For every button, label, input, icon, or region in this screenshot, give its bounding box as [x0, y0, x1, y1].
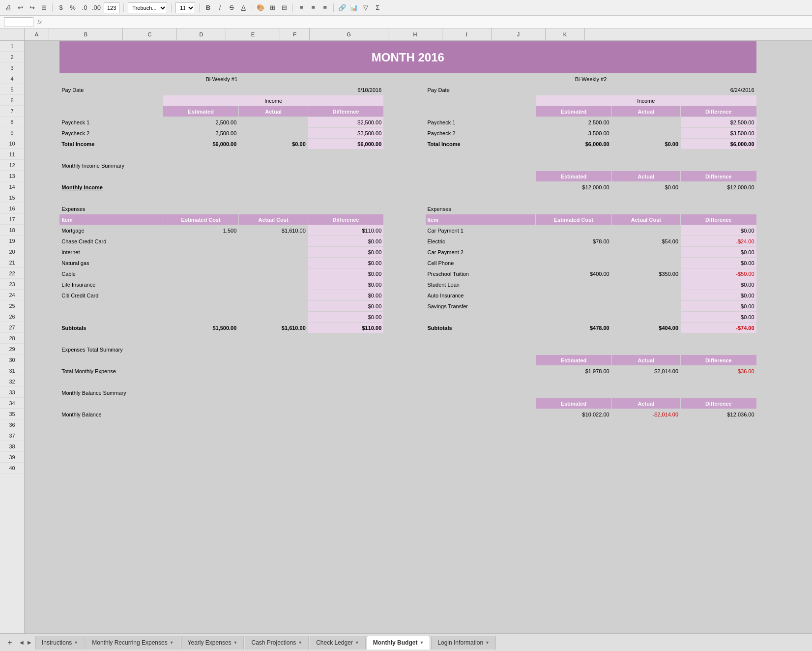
cell-c20[interactable] — [163, 247, 238, 258]
cell-h22[interactable]: $400.00 — [536, 268, 611, 279]
cell-expenses1-label[interactable]: Expenses — [59, 204, 384, 214]
cell-h26[interactable] — [536, 312, 611, 323]
cell-h9[interactable]: 3,500.00 — [536, 128, 611, 139]
cell-f4[interactable] — [384, 74, 425, 85]
cell-f18[interactable] — [384, 225, 425, 236]
cell-e28[interactable] — [308, 333, 383, 344]
col-header-b[interactable]: B — [49, 29, 123, 40]
cell-a6[interactable] — [25, 95, 59, 106]
cell-c8[interactable]: 2,500.00 — [163, 117, 238, 128]
cell-k36[interactable] — [756, 420, 812, 431]
tab-login-information[interactable]: Login Information ▼ — [431, 636, 496, 650]
cell-a27[interactable] — [25, 323, 59, 333]
cell-c19[interactable] — [163, 236, 238, 247]
cell-b13[interactable] — [59, 171, 163, 182]
cell-b39[interactable] — [59, 452, 163, 463]
cell-k13[interactable] — [756, 171, 812, 182]
cell-i22[interactable]: $350.00 — [611, 268, 680, 279]
tab-nav-right[interactable]: ▶ — [26, 639, 33, 647]
cell-g7[interactable] — [425, 106, 536, 117]
cell-d5[interactable] — [239, 85, 308, 95]
percent-icon[interactable]: % — [68, 3, 77, 12]
cell-b6[interactable] — [59, 95, 163, 106]
cell-j11[interactable] — [681, 149, 756, 160]
cell-a1[interactable] — [25, 41, 59, 52]
cell-b40[interactable] — [59, 463, 163, 474]
cell-f22[interactable] — [384, 268, 425, 279]
cell-b19[interactable]: Chase Credit Card — [59, 236, 163, 247]
cell-g36[interactable] — [425, 420, 536, 431]
cell-a11[interactable] — [25, 149, 59, 160]
cell-h18[interactable] — [536, 225, 611, 236]
cell-c17[interactable]: Estimated Cost — [163, 214, 238, 225]
cell-e25[interactable]: $0.00 — [308, 301, 383, 312]
cell-f5[interactable] — [384, 85, 425, 95]
cell-f20[interactable] — [384, 247, 425, 258]
cell-g9[interactable]: Paycheck 2 — [425, 128, 536, 139]
cell-i24[interactable] — [611, 290, 680, 301]
cell-f11[interactable] — [384, 149, 425, 160]
cell-c5[interactable] — [163, 85, 238, 95]
cell-c30[interactable] — [163, 355, 238, 366]
cell-f32[interactable] — [384, 377, 425, 387]
cell-c21[interactable] — [163, 258, 238, 268]
cell-g18[interactable]: Car Payment 1 — [425, 225, 536, 236]
cell-a7[interactable] — [25, 106, 59, 117]
cell-k1[interactable] — [756, 41, 812, 52]
cell-a16[interactable] — [25, 204, 59, 214]
cell-j26[interactable]: $0.00 — [681, 312, 756, 323]
cell-i34[interactable]: Actual — [611, 398, 680, 409]
tab-cash-projections[interactable]: Cash Projections ▼ — [245, 636, 309, 650]
cell-c11[interactable] — [163, 149, 238, 160]
cell-f13[interactable] — [384, 171, 425, 182]
cell-h17[interactable]: Estimated Cost — [536, 214, 611, 225]
cell-i31[interactable]: $2,014.00 — [611, 366, 680, 377]
cell-a26[interactable] — [25, 312, 59, 323]
italic-button[interactable]: I — [215, 3, 224, 12]
cell-e32[interactable] — [308, 377, 383, 387]
cell-j22[interactable]: -$50.00 — [681, 268, 756, 279]
cell-c36[interactable] — [163, 420, 238, 431]
col-header-e[interactable]: E — [226, 29, 280, 40]
cell-j34[interactable]: Difference — [681, 398, 756, 409]
cell-i17[interactable]: Actual Cost — [611, 214, 680, 225]
cell-b23[interactable]: Life Insurance — [59, 279, 163, 290]
cell-i25[interactable] — [611, 301, 680, 312]
cell-biweekly2-header[interactable]: Bi-Weekly #2 — [425, 74, 756, 85]
cell-f25[interactable] — [384, 301, 425, 312]
font-size-select[interactable]: 11 — [175, 2, 195, 13]
cell-b7[interactable] — [59, 106, 163, 117]
cell-b37[interactable] — [59, 431, 163, 442]
cell-j18[interactable]: $0.00 — [681, 225, 756, 236]
sum-icon[interactable]: Σ — [373, 3, 382, 12]
cell-k19[interactable] — [756, 236, 812, 247]
cell-f23[interactable] — [384, 279, 425, 290]
cell-a2[interactable] — [25, 52, 59, 63]
cell-b32[interactable] — [59, 377, 163, 387]
cell-c7[interactable]: Estimated — [163, 106, 238, 117]
cell-g5-paydate[interactable]: Pay Date — [425, 85, 536, 95]
cell-d36[interactable] — [239, 420, 308, 431]
cell-h23[interactable] — [536, 279, 611, 290]
cell-f35[interactable] — [384, 409, 425, 420]
cell-a39[interactable] — [25, 452, 59, 463]
cell-j30[interactable]: Difference — [681, 355, 756, 366]
col-header-i[interactable]: I — [442, 29, 492, 40]
cell-f10[interactable] — [384, 139, 425, 149]
cell-a40[interactable] — [25, 463, 59, 474]
cell-c9[interactable]: 3,500.00 — [163, 128, 238, 139]
cell-e9[interactable]: $3,500.00 — [308, 128, 383, 139]
chart-icon[interactable]: 📊 — [349, 3, 358, 12]
cell-income2-label[interactable]: Income — [536, 95, 756, 106]
cell-e13[interactable] — [308, 171, 383, 182]
cell-i28[interactable] — [611, 333, 680, 344]
cell-c22[interactable] — [163, 268, 238, 279]
cell-g31[interactable] — [425, 366, 536, 377]
cell-a22[interactable] — [25, 268, 59, 279]
cell-e26[interactable]: $0.00 — [308, 312, 383, 323]
cell-g24[interactable]: Auto Insurance — [425, 290, 536, 301]
cell-b38[interactable] — [59, 442, 163, 452]
col-header-d[interactable]: D — [177, 29, 226, 40]
cell-j15[interactable] — [681, 193, 756, 204]
tab-yearly-expenses[interactable]: Yearly Expenses ▼ — [181, 636, 244, 650]
